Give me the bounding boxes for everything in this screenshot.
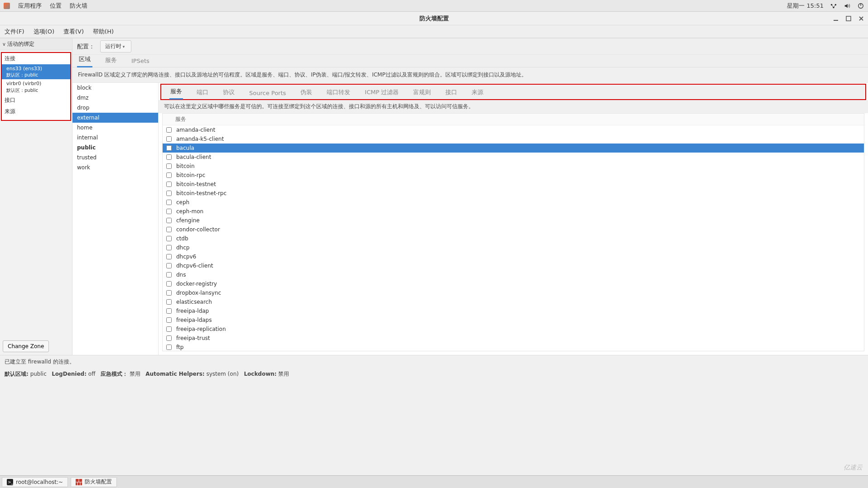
service-name: bacula-client (176, 154, 211, 160)
volume-icon[interactable] (844, 2, 851, 10)
service-checkbox[interactable] (166, 290, 172, 296)
zone-item[interactable]: trusted (72, 153, 158, 163)
sub-tab[interactable]: Source Ports (248, 87, 287, 99)
config-combo[interactable]: 运行时 (100, 40, 131, 53)
service-row[interactable]: freeipa-ldaps (163, 316, 864, 325)
zone-list[interactable]: blockdmzdropexternalhomeinternalpublictr… (72, 83, 159, 355)
sub-tab[interactable]: 端口转发 (326, 86, 351, 99)
service-row[interactable]: freeipa-replication (163, 325, 864, 334)
service-checkbox[interactable] (166, 127, 172, 133)
service-checkbox[interactable] (166, 227, 172, 232)
sub-tab[interactable]: ICMP 过滤器 (364, 86, 400, 99)
service-row[interactable]: dhcpv6-client (163, 261, 864, 270)
service-checkbox[interactable] (166, 182, 172, 187)
service-row[interactable]: condor-collector (163, 225, 864, 234)
sub-tab[interactable]: 来源 (471, 86, 484, 99)
menu-firewall[interactable]: 防火墙 (70, 2, 87, 10)
service-row[interactable]: cfengine (163, 216, 864, 225)
active-bindings-header[interactable]: v 活动的绑定 (0, 38, 72, 50)
service-row[interactable]: bacula (163, 144, 864, 153)
zone-item[interactable]: work (72, 163, 158, 172)
service-checkbox[interactable] (166, 163, 172, 169)
change-zone-button[interactable]: Change Zone (3, 340, 49, 352)
service-row[interactable]: elasticsearch (163, 297, 864, 306)
sub-tab[interactable]: 伪装 (299, 86, 313, 99)
close-button[interactable] (858, 15, 864, 22)
menu-view[interactable]: 查看(V) (63, 28, 84, 36)
service-row[interactable]: ceph (163, 198, 864, 207)
zone-item[interactable]: external (72, 113, 158, 123)
service-checkbox[interactable] (166, 326, 172, 332)
service-row[interactable]: dns (163, 270, 864, 279)
service-row[interactable]: amanda-client (163, 125, 864, 134)
service-checkbox[interactable] (166, 191, 172, 196)
service-row[interactable]: bitcoin (163, 162, 864, 171)
zone-item[interactable]: drop (72, 103, 158, 113)
zone-item[interactable]: dmz (72, 93, 158, 103)
sub-tab[interactable]: 富规则 (412, 86, 432, 99)
service-row[interactable]: ceph-mon (163, 207, 864, 216)
service-checkbox[interactable] (166, 272, 172, 277)
service-row[interactable]: ctdb (163, 234, 864, 243)
service-name: amanda-k5-client (176, 136, 224, 142)
zone-item[interactable]: block (72, 83, 158, 93)
minimize-button[interactable] (833, 15, 839, 22)
menu-applications[interactable]: 应用程序 (18, 2, 42, 10)
service-checkbox[interactable] (166, 308, 172, 314)
service-row[interactable]: dhcp (163, 243, 864, 252)
service-name: dhcpv6 (176, 254, 196, 260)
service-checkbox[interactable] (166, 154, 172, 160)
service-checkbox[interactable] (166, 317, 172, 323)
service-row[interactable]: bacula-client (163, 153, 864, 162)
menu-places[interactable]: 位置 (50, 2, 62, 10)
zone-item[interactable]: internal (72, 133, 158, 143)
network-icon[interactable] (830, 2, 837, 10)
service-checkbox[interactable] (166, 263, 172, 268)
service-checkbox[interactable] (166, 218, 172, 223)
service-table[interactable]: 服务 amanda-clientamanda-k5-clientbaculaba… (162, 113, 864, 351)
services-description: 可以在这里定义区域中哪些服务是可信的。可连接至绑定到这个区域的连接、接口和源的所… (159, 100, 868, 113)
connection-item[interactable]: virbr0 (virbr0)默认区：public (2, 79, 70, 94)
zone-item[interactable]: public (72, 143, 158, 153)
sub-tab[interactable]: 协议 (222, 86, 236, 99)
service-checkbox[interactable] (166, 245, 172, 250)
service-row[interactable]: docker-registry (163, 279, 864, 288)
sub-tab[interactable]: 接口 (444, 86, 458, 99)
service-checkbox[interactable] (166, 335, 172, 341)
service-checkbox[interactable] (166, 172, 172, 178)
service-row[interactable]: dropbox-lansync (163, 288, 864, 297)
service-row[interactable]: bitcoin-testnet (163, 180, 864, 189)
service-row[interactable]: freeipa-ldap (163, 306, 864, 316)
menu-options[interactable]: 选项(O) (34, 28, 54, 36)
service-checkbox[interactable] (166, 281, 172, 287)
service-row[interactable]: ftp (163, 343, 864, 351)
zone-item[interactable]: home (72, 123, 158, 133)
service-checkbox[interactable] (166, 254, 172, 259)
sub-tab[interactable]: 服务 (169, 85, 183, 100)
service-checkbox[interactable] (166, 136, 172, 142)
service-name: ceph-mon (176, 208, 203, 215)
service-checkbox[interactable] (166, 145, 172, 151)
service-checkbox[interactable] (166, 344, 172, 350)
service-checkbox[interactable] (166, 200, 172, 205)
taskbar-firewall[interactable]: 防火墙配置 (71, 477, 117, 487)
top-tab[interactable]: 区域 (77, 53, 92, 67)
service-row[interactable]: freeipa-trust (163, 334, 864, 343)
menu-help[interactable]: 帮助(H) (93, 28, 114, 36)
top-tab[interactable]: 服务 (103, 53, 119, 67)
service-checkbox[interactable] (166, 209, 172, 214)
menu-file[interactable]: 文件(F) (5, 28, 24, 36)
chevron-down-icon: v (3, 42, 5, 47)
service-row[interactable]: bitcoin-rpc (163, 171, 864, 180)
service-checkbox[interactable] (166, 299, 172, 305)
sub-tab[interactable]: 端口 (196, 86, 209, 99)
service-checkbox[interactable] (166, 236, 172, 241)
connection-item[interactable]: ens33 (ens33)默认区：public (2, 64, 70, 79)
service-row[interactable]: bitcoin-testnet-rpc (163, 189, 864, 198)
service-row[interactable]: dhcpv6 (163, 252, 864, 261)
top-tab[interactable]: IPSets (130, 55, 151, 67)
taskbar-terminal[interactable]: >_ root@localhost:~ (2, 477, 68, 487)
power-icon[interactable] (857, 2, 864, 10)
service-row[interactable]: amanda-k5-client (163, 134, 864, 144)
maximize-button[interactable] (845, 15, 852, 22)
